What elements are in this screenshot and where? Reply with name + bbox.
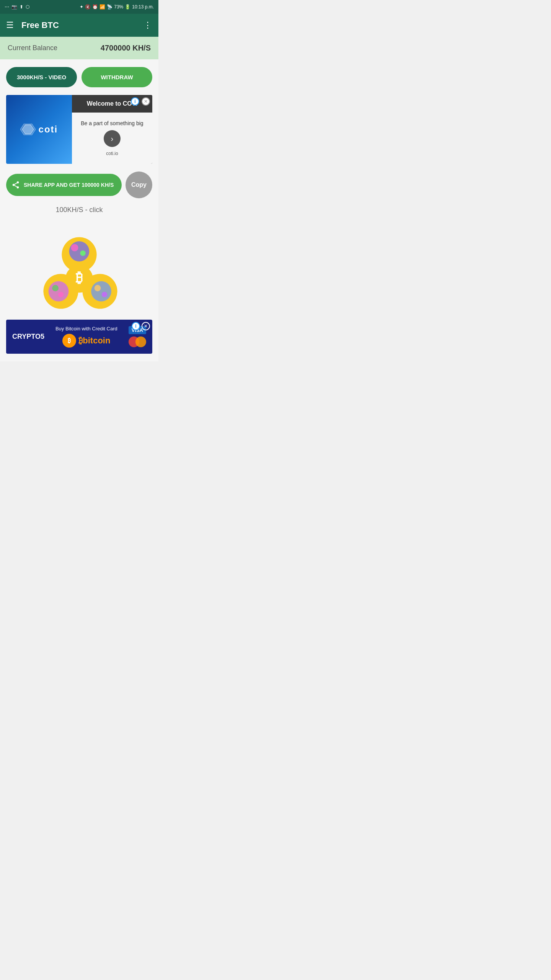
app-title: Free BTC: [21, 20, 143, 30]
bluetooth-icon: ✦: [80, 4, 83, 10]
coti-logo-svg: [20, 124, 36, 135]
withdraw-button[interactable]: WITHDRAW: [82, 67, 152, 87]
svg-point-11: [69, 241, 90, 261]
app-bar: ☰ Free BTC ⋮: [0, 14, 158, 37]
svg-point-14: [49, 281, 69, 302]
ad-info-button[interactable]: i: [131, 97, 139, 106]
ad-coti-cta-button[interactable]: ›: [104, 130, 121, 147]
bottom-ad-banner: i ✕ CRYPTO5 Buy Bitcoin with Credit Card…: [6, 320, 152, 354]
coti-ad-banner: i ✕ coti Welcome to COTI Be a part of so…: [6, 95, 152, 164]
svg-point-18: [95, 285, 101, 291]
svg-point-4: [17, 186, 19, 189]
nav-icon: ⬡: [26, 4, 29, 10]
svg-point-15: [52, 285, 59, 291]
main-content: 3000KH/S - VIDEO WITHDRAW i ✕ coti Welco…: [0, 59, 158, 361]
svg-point-19: [102, 292, 107, 297]
menu-dots-icon: ⋯: [5, 4, 9, 10]
copy-button[interactable]: Copy: [126, 172, 152, 198]
mastercard-badge: [129, 336, 146, 347]
hamburger-menu-icon[interactable]: ☰: [6, 20, 14, 30]
crypto5-logo-area: CRYPTO5: [12, 333, 44, 341]
wifi-icon: 📶: [99, 4, 105, 10]
bottom-ad-info-button[interactable]: i: [132, 322, 140, 330]
bitcoin-brand-text: ₿bitcoin: [78, 336, 110, 346]
balance-label: Current Balance: [8, 44, 57, 52]
svg-line-5: [15, 185, 17, 187]
balance-value: 4700000 KH/S: [101, 44, 151, 52]
ad-coti-tagline: Be a part of something big: [81, 120, 143, 126]
action-buttons-row: 3000KH/S - VIDEO WITHDRAW: [6, 67, 152, 87]
ad-close-controls: i ✕: [131, 97, 150, 106]
svg-point-12: [71, 244, 78, 251]
upload-icon: ⬆: [20, 4, 23, 10]
bitcoin-spinner[interactable]: ₿: [33, 220, 125, 312]
status-right-icons: ✦ 🔇 ⏰ 📶 📡 73% 🔋 10:13 p.m.: [80, 4, 154, 10]
svg-point-2: [17, 181, 19, 184]
status-left-icons: ⋯ 📷 ⬆ ⬡: [5, 4, 29, 10]
svg-point-17: [91, 281, 111, 302]
battery-icon: 🔋: [125, 4, 130, 10]
mastercard-orange-circle: [135, 336, 146, 347]
balance-bar: Current Balance 4700000 KH/S: [0, 37, 158, 59]
alarm-icon: ⏰: [92, 4, 98, 10]
crypto5-brand: CRYPTO5: [12, 333, 44, 341]
mute-icon: 🔇: [85, 4, 91, 10]
svg-point-13: [80, 250, 85, 256]
bottom-ad-text: Buy Bitcoin with Credit Card: [55, 326, 117, 332]
ad-coti-content: coti Welcome to COTI Be a part of someth…: [6, 95, 152, 164]
svg-point-3: [13, 184, 15, 186]
video-button[interactable]: 3000KH/S - VIDEO: [6, 67, 77, 87]
ad-coti-url: coti.io: [106, 151, 118, 156]
spinner-container[interactable]: ₿: [6, 220, 152, 312]
share-button[interactable]: SHARE APP AND GET 100000 KH/S: [6, 174, 122, 196]
time-display: 10:13 p.m.: [132, 4, 154, 10]
share-icon: [11, 181, 20, 189]
svg-text:₿: ₿: [76, 270, 83, 286]
share-button-label: SHARE APP AND GET 100000 KH/S: [24, 182, 114, 188]
click-label: 100KH/S - click: [6, 206, 152, 214]
status-bar: ⋯ 📷 ⬆ ⬡ ✦ 🔇 ⏰ 📶 📡 73% 🔋 10:13 p.m.: [0, 0, 158, 14]
bitcoin-logo-icon: ₿: [62, 334, 76, 348]
ad-coti-body: Be a part of something big › coti.io: [72, 113, 152, 164]
bottom-ad-close-controls: i ✕: [132, 322, 150, 330]
ad-coti-left-panel: coti: [6, 95, 72, 164]
svg-line-6: [15, 183, 17, 185]
bottom-ad-content: CRYPTO5 Buy Bitcoin with Credit Card ₿ ₿…: [12, 326, 146, 348]
camera-icon: 📷: [11, 4, 17, 10]
share-row: SHARE APP AND GET 100000 KH/S Copy: [6, 172, 152, 198]
bottom-ad-close-button[interactable]: ✕: [142, 322, 150, 330]
svg-point-16: [58, 292, 64, 297]
battery-percent: 73%: [114, 4, 123, 10]
coti-text: coti: [39, 124, 58, 135]
bottom-ad-logos: ₿ ₿bitcoin: [62, 334, 110, 348]
more-options-icon[interactable]: ⋮: [143, 20, 152, 30]
coti-logo: coti: [20, 124, 58, 135]
signal-icon: 📡: [107, 4, 112, 10]
ad-close-button[interactable]: ✕: [142, 97, 150, 106]
